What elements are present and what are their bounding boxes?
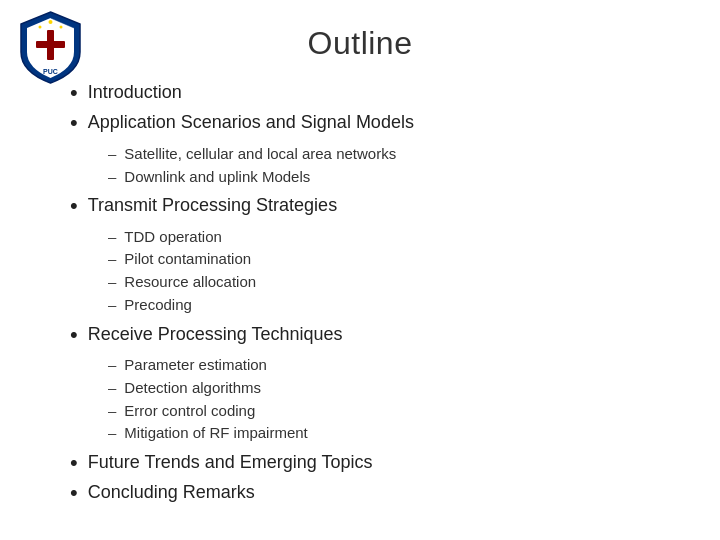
svg-rect-1 — [36, 41, 65, 48]
logo: PUC RIO — [18, 10, 88, 90]
bullet-concluding-label: Concluding Remarks — [88, 480, 255, 505]
list-item: – Error control coding — [108, 400, 660, 422]
list-item: – Pilot contamination — [108, 248, 660, 270]
receive-subs: – Parameter estimation – Detection algor… — [108, 354, 660, 444]
list-item: – Parameter estimation — [108, 354, 660, 376]
svg-point-2 — [49, 20, 53, 24]
list-item: – TDD operation — [108, 226, 660, 248]
app-scenarios-subs: – Satellite, cellular and local area net… — [108, 143, 660, 188]
list-item: – Detection algorithms — [108, 377, 660, 399]
transmit-subs: – TDD operation – Pilot contamination – … — [108, 226, 660, 316]
svg-point-4 — [60, 26, 63, 29]
bullet-dot: • — [70, 450, 78, 476]
bullet-receive-label: Receive Processing Techniques — [88, 322, 343, 347]
svg-text:PUC: PUC — [43, 68, 58, 75]
bullet-receive: • Receive Processing Techniques — [70, 322, 660, 348]
bullet-future: • Future Trends and Emerging Topics — [70, 450, 660, 476]
bullet-dot: • — [70, 480, 78, 506]
bullet-dot: • — [70, 322, 78, 348]
bullet-introduction-label: Introduction — [88, 80, 182, 105]
bullet-app-scenarios: • Application Scenarios and Signal Model… — [70, 110, 660, 136]
bullet-transmit-label: Transmit Processing Strategies — [88, 193, 337, 218]
bullet-concluding: • Concluding Remarks — [70, 480, 660, 506]
slide: PUC RIO Outline • Introduction • Applica… — [0, 0, 720, 540]
slide-content: • Introduction • Application Scenarios a… — [70, 80, 660, 507]
bullet-dot: • — [70, 193, 78, 219]
list-item: – Downlink and uplink Models — [108, 166, 660, 188]
list-item: – Precoding — [108, 294, 660, 316]
list-item: – Satellite, cellular and local area net… — [108, 143, 660, 165]
slide-title: Outline — [60, 25, 660, 62]
bullet-dot: • — [70, 110, 78, 136]
bullet-future-label: Future Trends and Emerging Topics — [88, 450, 373, 475]
bullet-app-scenarios-label: Application Scenarios and Signal Models — [88, 110, 414, 135]
svg-point-3 — [39, 26, 42, 29]
bullet-transmit: • Transmit Processing Strategies — [70, 193, 660, 219]
svg-text:RIO: RIO — [46, 77, 55, 83]
list-item: – Mitigation of RF impairment — [108, 422, 660, 444]
bullet-introduction: • Introduction — [70, 80, 660, 106]
list-item: – Resource allocation — [108, 271, 660, 293]
